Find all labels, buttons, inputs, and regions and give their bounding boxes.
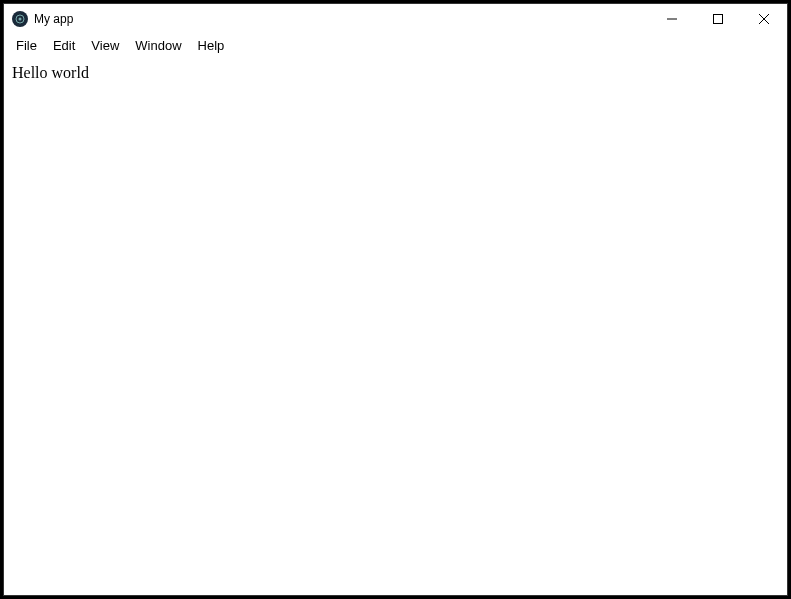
window-title: My app bbox=[34, 12, 73, 26]
window-controls bbox=[649, 4, 787, 34]
app-window: My app File Edit View Window Help Hello … bbox=[3, 3, 788, 596]
maximize-button[interactable] bbox=[695, 4, 741, 34]
svg-rect-3 bbox=[714, 15, 723, 24]
app-icon bbox=[12, 11, 28, 27]
titlebar[interactable]: My app bbox=[4, 4, 787, 34]
menu-help[interactable]: Help bbox=[190, 36, 233, 55]
minimize-icon bbox=[667, 14, 677, 24]
svg-point-1 bbox=[19, 18, 22, 21]
menu-edit[interactable]: Edit bbox=[45, 36, 83, 55]
menubar: File Edit View Window Help bbox=[4, 34, 787, 56]
menu-window[interactable]: Window bbox=[127, 36, 189, 55]
close-button[interactable] bbox=[741, 4, 787, 34]
menu-file[interactable]: File bbox=[8, 36, 45, 55]
content-text: Hello world bbox=[12, 64, 89, 81]
maximize-icon bbox=[713, 14, 723, 24]
close-icon bbox=[759, 14, 769, 24]
menu-view[interactable]: View bbox=[83, 36, 127, 55]
content-area: Hello world bbox=[4, 56, 787, 595]
minimize-button[interactable] bbox=[649, 4, 695, 34]
